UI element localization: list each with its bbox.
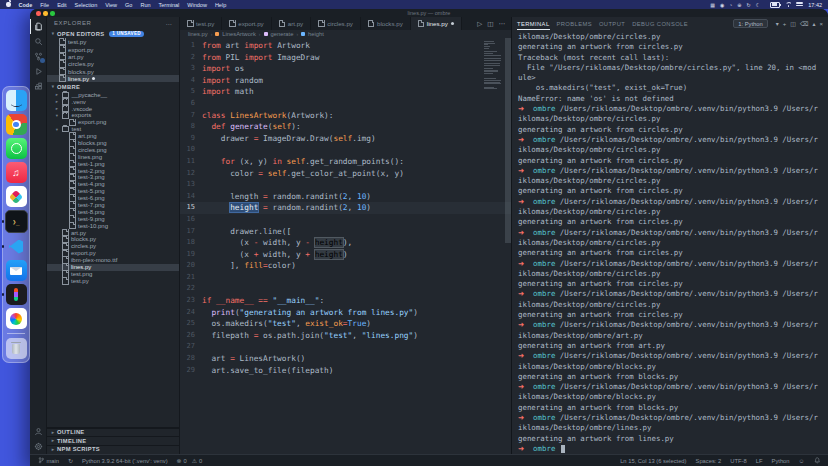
breadcrumb-item-lines.py[interactable]: lines.py [188,31,208,37]
open-editor-item-circles.py[interactable]: circles.py [47,60,179,67]
photos-icon[interactable] [6,308,27,329]
encoding-indicator[interactable]: UTF-8 [730,458,746,464]
run-python-file-button[interactable]: ▷ [477,20,482,28]
eol-indicator[interactable]: LF [756,458,763,464]
tree-item-lines.png[interactable]: lines.png [47,153,179,160]
open-editors-header[interactable]: ▾ OPEN EDITORS 1 UNSAVED [47,29,179,38]
tree-item-test[interactable]: ▾test [47,126,179,133]
split-editor-button[interactable]: ◫ [487,20,493,28]
focus-moon-icon[interactable]: ☾ [756,2,760,8]
language-mode-indicator[interactable]: Python [772,458,790,464]
explorer-icon[interactable] [30,19,46,34]
notifications-bell-icon[interactable] [814,457,821,464]
source-control-icon[interactable] [30,49,46,64]
tree-item-.vscode[interactable]: ▸.vscode [47,105,179,112]
menu-item-view[interactable]: View [105,2,117,8]
figma-icon[interactable] [6,284,27,305]
clock-icon[interactable]: ◔ [729,2,732,8]
stage-manager-icon[interactable]: ▦ [710,2,715,8]
git-branch-indicator[interactable]: main [38,457,59,464]
control-center-icon[interactable] [796,2,803,7]
tree-item-circles.py[interactable]: circles.py [47,243,179,250]
more-actions-button[interactable]: ⋯ [499,20,506,28]
panel-tab-terminal[interactable]: TERMINAL [517,17,550,30]
menu-item-help[interactable]: Help [215,2,226,8]
tree-item-.venv[interactable]: ▸.venv [47,98,179,105]
tree-item-blocks.py[interactable]: blocks.py [47,236,179,243]
section-npm-scripts[interactable]: ▸NPM SCRIPTS [47,445,179,454]
wifi-icon[interactable] [785,2,791,7]
terminal-output[interactable]: iklomas/Desktop/ombre/circles.pygenerati… [512,30,828,454]
tree-item-__pycache__[interactable]: ▸__pycache__ [47,91,179,98]
menu-item-code[interactable]: Code [19,2,33,8]
tree-item-test-3.png[interactable]: test-3.png [47,174,179,181]
slack-icon[interactable] [6,186,27,207]
trash-icon[interactable] [6,338,27,359]
finder-icon[interactable] [6,90,27,111]
python-interpreter-indicator[interactable]: Python 3.9.2 64-bit ('.venv': venv) [82,458,168,464]
new-terminal-icon[interactable]: + [783,21,787,27]
tree-item-test.py[interactable]: test.py [47,277,179,284]
indentation-indicator[interactable]: Spaces: 2 [696,458,722,464]
whatsapp-icon[interactable] [6,138,27,159]
tree-item-test-8.png[interactable]: test-8.png [47,208,179,215]
tab-blocks.py[interactable]: blocks.py [361,17,411,30]
close-panel-icon[interactable]: × [819,21,823,27]
account-icon[interactable] [30,424,46,439]
run-debug-icon[interactable] [30,64,46,79]
editor-scrollbar[interactable] [505,38,511,243]
breadcrumb-item-height[interactable]: height [308,31,324,37]
tree-item-test-7.png[interactable]: test-7.png [47,202,179,209]
menu-item-edit[interactable]: Edit [57,2,66,8]
menu-item-file[interactable]: File [40,2,49,8]
cursor-position-indicator[interactable]: Ln 15, Col 13 (6 selected) [620,458,686,464]
terminal-selector[interactable]: 1: Python [733,19,768,28]
menu-item-go[interactable]: Go [125,2,132,8]
open-editor-item-lines.py[interactable]: lines.py [47,75,179,82]
tree-item-circles.png[interactable]: circles.png [47,146,179,153]
problems-indicator[interactable]: ⊗0 ⚠0 [177,458,203,464]
maximize-panel-icon[interactable]: ▴ [812,21,815,27]
breadcrumb-item-LinesArtwork[interactable]: LinesArtwork [222,31,256,37]
open-editor-item-art.py[interactable]: art.py [47,53,179,60]
chrome-icon[interactable] [6,114,27,135]
minimap[interactable] [484,41,501,90]
settings-gear-icon[interactable] [30,439,46,454]
menu-item-terminal[interactable]: Terminal [159,2,180,8]
tree-item-art.png[interactable]: art.png [47,133,179,140]
title-bar[interactable]: lines.py — ombre [30,9,828,17]
apple-menu-icon[interactable] [6,2,11,7]
sidebar-more-actions-icon[interactable]: ⋯ [165,20,172,27]
search-icon[interactable] [30,34,46,49]
section-timeline[interactable]: ▸TIMELINE [47,436,179,445]
sync-changes-button[interactable]: ↻ [68,458,73,464]
kill-terminal-icon[interactable]: ⌫ [800,21,808,27]
music-icon[interactable] [6,162,27,183]
mail-icon[interactable] [6,260,27,281]
code-editor[interactable]: 1from art import Artwork2from PIL import… [180,38,511,454]
sync-icon[interactable]: ↻ [747,2,751,8]
terminal-app-icon[interactable] [5,210,28,233]
breadcrumb-item-generate[interactable]: generate [271,31,294,37]
workspace-root-header[interactable]: ▾ OMBRE [47,82,179,91]
tab-test.py[interactable]: test.py [180,17,222,30]
open-editor-item-test.py[interactable]: test.py [47,38,179,45]
panel-tab-output[interactable]: OUTPUT [599,17,625,30]
open-editor-item-export.py[interactable]: export.py [47,45,179,52]
tree-item-test-4.png[interactable]: test-4.png [47,181,179,188]
tab-export.py[interactable]: export.py [222,17,271,30]
menu-item-selection[interactable]: Selection [75,2,98,8]
vscode-icon[interactable] [6,236,27,257]
dropdown-caret-icon[interactable]: ▾ [776,21,779,27]
extensions-icon[interactable] [30,79,46,94]
extras-icon[interactable]: ⊕ [737,2,741,8]
tab-circles.py[interactable]: circles.py [311,17,361,30]
tree-item-test-9.png[interactable]: test-9.png [47,215,179,222]
panel-tab-debug-console[interactable]: DEBUG CONSOLE [632,17,688,30]
screen-record-icon[interactable]: ◉ [720,2,724,8]
menu-item-run[interactable]: Run [140,2,150,8]
menu-item-window[interactable]: Window [187,2,207,8]
panel-tab-problems[interactable]: PROBLEMS [557,17,592,30]
section-outline[interactable]: ▸OUTLINE [47,428,179,437]
tree-item-test-2.png[interactable]: test-2.png [47,167,179,174]
